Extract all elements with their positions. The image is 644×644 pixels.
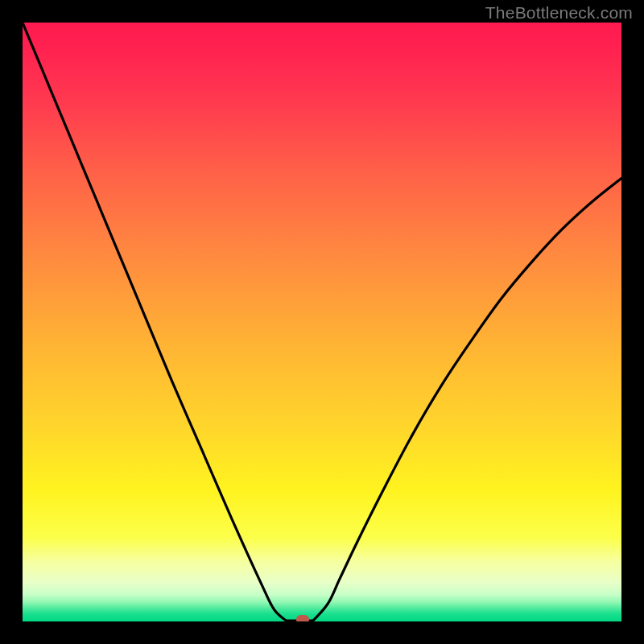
optimal-point-marker [296, 615, 309, 621]
plot-area [23, 23, 621, 621]
chart-frame: TheBottleneck.com [0, 0, 644, 644]
watermark-text: TheBottleneck.com [485, 3, 633, 23]
bottleneck-curve [23, 23, 621, 621]
